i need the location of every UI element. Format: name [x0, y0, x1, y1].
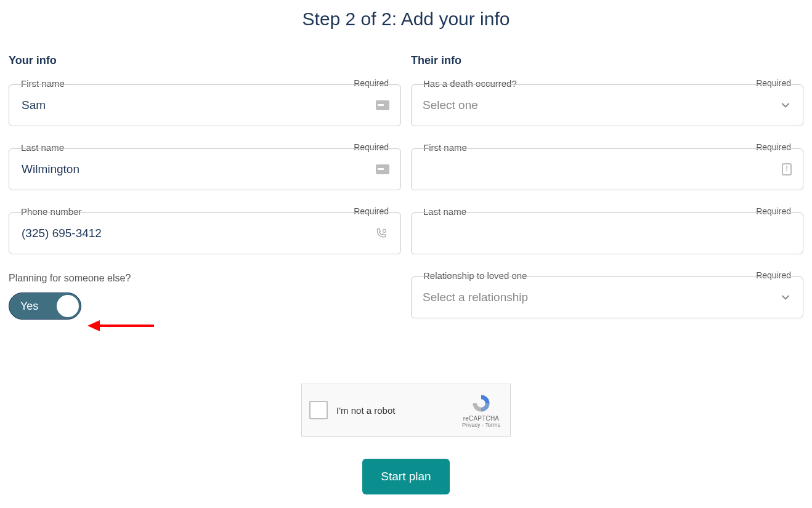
- your-info-heading: Your info: [9, 54, 401, 67]
- phone-icon: [373, 227, 389, 240]
- their-first-name-input[interactable]: [423, 162, 777, 177]
- recaptcha-widget: I'm not a robot reCAPTCHA Privacy - Term…: [301, 384, 511, 437]
- last-name-input[interactable]: [20, 162, 371, 177]
- relationship-placeholder: Select a relationship: [423, 291, 779, 304]
- recaptcha-icon: [471, 393, 492, 414]
- relationship-select[interactable]: Select a relationship: [411, 276, 803, 318]
- death-placeholder: Select one: [423, 99, 779, 112]
- phone-input[interactable]: [20, 226, 368, 241]
- planning-question: Planning for someone else?: [9, 273, 401, 284]
- recaptcha-links[interactable]: Privacy - Terms: [460, 422, 503, 428]
- their-first-name-field: First name Required: [411, 148, 803, 190]
- chevron-down-icon: [779, 291, 792, 304]
- chevron-down-icon: [779, 99, 792, 111]
- autofill-icon: [376, 164, 389, 174]
- page-title: Step 2 of 2: Add your info: [0, 9, 812, 30]
- first-name-field: First name Required: [9, 84, 401, 126]
- their-info-heading: Their info: [411, 54, 803, 67]
- contact-card-icon: [782, 163, 792, 175]
- toggle-label: Yes: [20, 300, 38, 313]
- svg-point-0: [383, 229, 386, 232]
- their-info-column: Their info Has a death occurred? Require…: [411, 54, 803, 341]
- phone-field: Phone number Required: [9, 212, 401, 254]
- recaptcha-text: I'm not a robot: [336, 405, 460, 416]
- last-name-field: Last name Required: [9, 148, 401, 190]
- recaptcha-checkbox[interactable]: [309, 401, 328, 419]
- recaptcha-brand: reCAPTCHA: [460, 415, 503, 422]
- start-plan-button[interactable]: Start plan: [362, 459, 449, 494]
- toggle-knob: [57, 295, 79, 317]
- their-last-name-input[interactable]: [423, 226, 792, 241]
- death-select[interactable]: Select one: [411, 84, 803, 126]
- their-last-name-field: Last name Required: [411, 212, 803, 254]
- planning-toggle[interactable]: Yes: [9, 292, 81, 320]
- first-name-input[interactable]: [20, 98, 371, 113]
- your-info-column: Your info First name Required Last name …: [9, 54, 401, 341]
- autofill-icon: [376, 100, 389, 110]
- relationship-field: Relationship to loved one Required Selec…: [411, 276, 803, 318]
- death-field: Has a death occurred? Required Select on…: [411, 84, 803, 126]
